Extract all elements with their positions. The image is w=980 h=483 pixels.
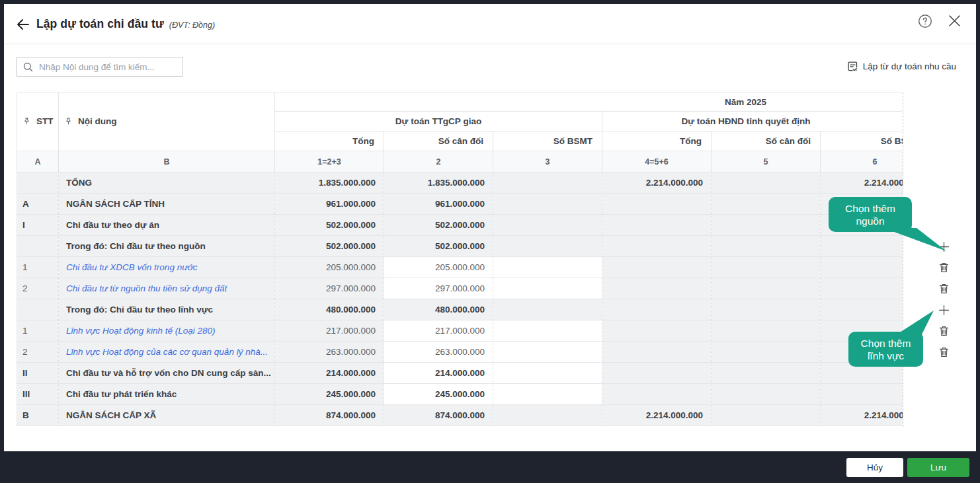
budget-table: STT Nội dung Năm 2025 Dự toán bbox=[17, 93, 903, 427]
value-cell: 480.000.000 bbox=[275, 299, 384, 320]
table-row: 2Lĩnh vực Hoạt động của các cơ quan quản… bbox=[17, 342, 903, 363]
tooltip-add-field: Chọn thêm lĩnh vực bbox=[848, 332, 923, 367]
value-cell bbox=[712, 215, 821, 236]
editable-value-cell[interactable]: 297.000.000 bbox=[384, 278, 493, 299]
close-icon[interactable] bbox=[948, 14, 961, 28]
unit-note: (ĐVT: Đồng) bbox=[169, 19, 215, 30]
editable-value-cell[interactable]: 263.000.000 bbox=[384, 342, 493, 363]
row-content: Trong đó: Chi đầu tư theo nguồn bbox=[59, 236, 275, 257]
table-row: IIChi đầu tư và hỗ trợ vốn cho DN cung c… bbox=[17, 363, 903, 384]
value-cell bbox=[712, 342, 821, 363]
delete-row-icon[interactable] bbox=[938, 262, 950, 274]
subcolumn-header[interactable]: Số cân đối bbox=[712, 131, 821, 151]
value-cell bbox=[602, 384, 712, 405]
frozen-pane-edge bbox=[903, 93, 903, 427]
dialog-header: Lập dự toán chi đầu tư (ĐVT: Đồng) bbox=[4, 4, 976, 44]
editable-value-cell[interactable] bbox=[493, 342, 602, 363]
help-icon[interactable] bbox=[918, 14, 932, 28]
subcolumn-header[interactable]: Số BSMT bbox=[493, 131, 602, 151]
value-cell bbox=[712, 236, 821, 257]
form-note-icon bbox=[847, 61, 858, 72]
value-cell: 1.835.000.000 bbox=[275, 172, 384, 194]
value-cell: 874.000.000 bbox=[384, 405, 493, 426]
row-stt: A bbox=[17, 194, 59, 215]
tooltip-add-source: Chọn thêm nguồn bbox=[829, 197, 912, 232]
table-row: 1Lĩnh vực Hoạt động kinh tế (Loại 280)21… bbox=[17, 320, 903, 342]
row-content-link[interactable]: Lĩnh vực Hoạt động của các cơ quan quản … bbox=[59, 342, 275, 363]
create-from-demand-link[interactable]: Lập từ dự toán nhu cầu bbox=[847, 61, 956, 72]
value-cell: 2.214.000.000 bbox=[602, 172, 712, 194]
row-content: Chi đầu tư theo dự án bbox=[59, 215, 275, 236]
value-cell bbox=[821, 384, 903, 405]
save-button[interactable]: Lưu bbox=[907, 458, 969, 477]
column-header-stt[interactable]: STT bbox=[17, 93, 59, 151]
back-arrow-icon[interactable] bbox=[16, 17, 30, 32]
value-cell: 480.000.000 bbox=[384, 299, 493, 320]
search-box bbox=[16, 57, 183, 77]
table-row: IChi đầu tư theo dự án502.000.000502.000… bbox=[17, 215, 903, 236]
table-row: BNGÂN SÁCH CẤP XÃ874.000.000874.000.0002… bbox=[17, 405, 903, 426]
cancel-button[interactable]: Hủy bbox=[846, 458, 903, 477]
value-cell: 2.214.000.000 bbox=[821, 172, 903, 194]
value-cell: 214.000.000 bbox=[275, 363, 384, 384]
row-stt bbox=[17, 299, 59, 320]
row-stt: 1 bbox=[17, 257, 59, 278]
value-cell: 217.000.000 bbox=[275, 320, 384, 342]
delete-row-icon[interactable] bbox=[938, 346, 950, 358]
add-row-icon[interactable] bbox=[938, 304, 950, 316]
row-content: Chi đầu tư phát triển khác bbox=[59, 384, 275, 405]
value-cell bbox=[493, 299, 602, 320]
index-cell: 2 bbox=[384, 151, 493, 172]
value-cell: 1.835.000.000 bbox=[384, 172, 493, 194]
subcolumn-header[interactable]: Tổng bbox=[275, 131, 384, 151]
row-stt bbox=[17, 236, 59, 257]
value-cell bbox=[602, 363, 712, 384]
value-cell bbox=[712, 405, 821, 426]
value-cell bbox=[821, 257, 903, 278]
editable-value-cell[interactable] bbox=[493, 363, 602, 384]
value-cell: 245.000.000 bbox=[275, 384, 384, 405]
editable-value-cell[interactable] bbox=[493, 257, 602, 278]
subcolumn-header[interactable]: Số cân đối bbox=[384, 131, 493, 151]
editable-value-cell[interactable]: 205.000.000 bbox=[384, 257, 493, 278]
row-content: NGÂN SÁCH CẤP TỈNH bbox=[59, 194, 275, 215]
editable-value-cell[interactable] bbox=[493, 320, 602, 342]
editable-value-cell[interactable]: 245.000.000 bbox=[384, 384, 493, 405]
search-input[interactable] bbox=[39, 62, 171, 72]
delete-row-icon[interactable] bbox=[938, 325, 950, 337]
column-header-noidung[interactable]: Nội dung bbox=[59, 93, 275, 151]
value-cell bbox=[712, 257, 821, 278]
row-content-link[interactable]: Chi đầu tư XDCB vốn trong nước bbox=[59, 257, 275, 278]
subcolumn-header[interactable]: Số BSMT bbox=[821, 131, 903, 151]
row-content-link[interactable]: Lĩnh vực Hoạt động kinh tế (Loại 280) bbox=[59, 320, 275, 342]
table-row: 2Chi đầu tư từ nguồn thu tiền sử dụng đấ… bbox=[17, 278, 903, 299]
value-cell: 961.000.000 bbox=[384, 194, 493, 215]
index-cell: B bbox=[59, 151, 275, 172]
pin-icon[interactable] bbox=[64, 117, 73, 126]
value-cell: 263.000.000 bbox=[275, 342, 384, 363]
value-cell bbox=[493, 172, 602, 194]
index-cell: 3 bbox=[493, 151, 602, 172]
row-stt: I bbox=[17, 215, 59, 236]
value-cell bbox=[493, 194, 602, 215]
editable-value-cell[interactable] bbox=[493, 384, 602, 405]
value-cell bbox=[602, 194, 712, 215]
editable-value-cell[interactable]: 214.000.000 bbox=[384, 363, 493, 384]
subcolumn-header[interactable]: Tổng bbox=[602, 131, 712, 151]
value-cell: 502.000.000 bbox=[384, 236, 493, 257]
pin-icon[interactable] bbox=[22, 117, 31, 126]
value-cell bbox=[602, 299, 712, 320]
table-row: IIIChi đầu tư phát triển khác245.000.000… bbox=[17, 384, 903, 405]
value-cell: 961.000.000 bbox=[275, 194, 384, 215]
editable-value-cell[interactable]: 217.000.000 bbox=[384, 320, 493, 342]
value-cell: 205.000.000 bbox=[275, 257, 384, 278]
value-cell bbox=[493, 405, 602, 426]
editable-value-cell[interactable] bbox=[493, 278, 602, 299]
value-cell bbox=[712, 172, 821, 194]
delete-row-icon[interactable] bbox=[938, 283, 950, 295]
row-content: NGÂN SÁCH CẤP XÃ bbox=[59, 405, 275, 426]
value-cell bbox=[712, 299, 821, 320]
row-content-link[interactable]: Chi đầu tư từ nguồn thu tiền sử dụng đất bbox=[59, 278, 275, 299]
value-cell bbox=[712, 278, 821, 299]
value-cell: 2.214.000.000 bbox=[602, 405, 712, 426]
